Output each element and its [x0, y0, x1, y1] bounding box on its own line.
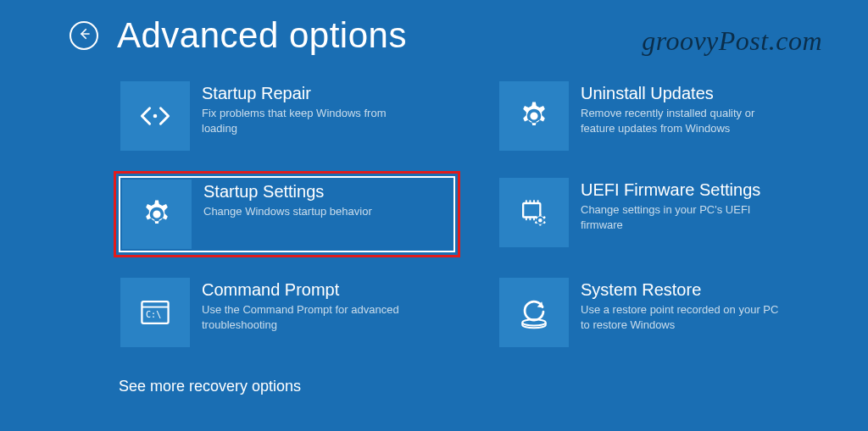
tile-title: Command Prompt — [202, 280, 405, 300]
tile-desc: Fix problems that keep Windows from load… — [202, 106, 405, 135]
arrow-left-icon — [76, 26, 92, 45]
page-header: Advanced options — [0, 15, 868, 56]
tile-uninstall-updates[interactable]: Uninstall Updates Remove recently instal… — [498, 80, 834, 152]
tile-desc: Use the Command Prompt for advanced trou… — [202, 302, 405, 332]
tile-title: Startup Repair — [202, 84, 405, 103]
restore-icon — [499, 278, 569, 347]
tile-title: Startup Settings — [203, 182, 372, 202]
tile-uefi-firmware-settings[interactable]: UEFI Firmware Settings Change settings i… — [498, 176, 834, 252]
gear-icon — [499, 81, 569, 151]
gear-icon — [122, 180, 192, 249]
terminal-icon: C:\ — [120, 278, 190, 347]
svg-rect-2 — [523, 203, 540, 218]
svg-point-1 — [153, 114, 158, 119]
tile-desc: Change Windows startup behavior — [203, 204, 372, 219]
tile-startup-repair[interactable]: Startup Repair Fix problems that keep Wi… — [119, 80, 455, 152]
tile-startup-settings[interactable]: Startup Settings Change Windows startup … — [114, 171, 460, 257]
back-button[interactable] — [70, 21, 98, 50]
chip-gear-icon — [499, 178, 569, 247]
code-brackets-icon — [120, 81, 190, 151]
tile-system-restore[interactable]: System Restore Use a restore point recor… — [498, 276, 834, 349]
page-title: Advanced options — [117, 15, 407, 56]
tile-title: System Restore — [581, 280, 784, 300]
tile-command-prompt[interactable]: C:\ Command Prompt Use the Command Promp… — [119, 276, 455, 349]
tile-desc: Change settings in your PC's UEFI firmwa… — [581, 202, 784, 232]
tile-desc: Remove recently installed quality or fea… — [581, 106, 784, 135]
options-grid: Startup Repair Fix problems that keep Wi… — [0, 80, 868, 349]
see-more-link[interactable]: See more recovery options — [0, 378, 868, 395]
tile-desc: Use a restore point recorded on your PC … — [581, 302, 784, 332]
tile-title: Uninstall Updates — [581, 84, 784, 103]
svg-text:C:\: C:\ — [146, 310, 161, 319]
tile-title: UEFI Firmware Settings — [581, 180, 784, 200]
